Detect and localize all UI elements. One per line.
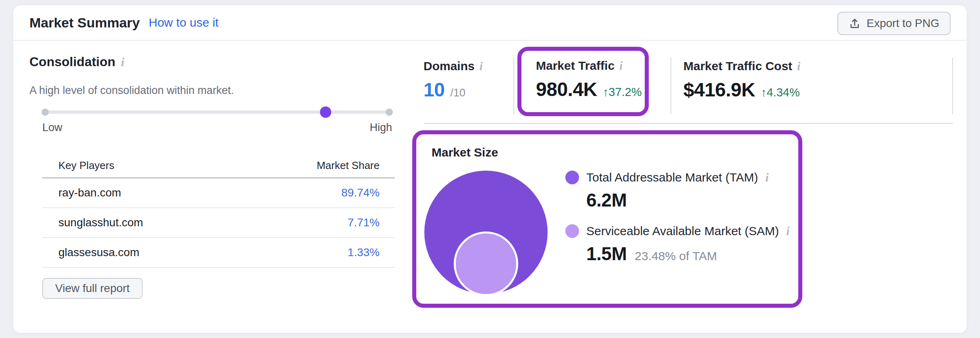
sam-bubble[interactable]: [454, 232, 518, 296]
sam-legend-label: Serviceable Available Market (SAM): [586, 224, 779, 238]
share-cell[interactable]: 89.74%: [241, 178, 395, 208]
slider-start-dot: [42, 108, 49, 116]
table-row: sunglasshut.com 7.71%: [42, 208, 395, 238]
page-title: Market Summary: [29, 15, 140, 31]
table-header-row: Key Players Market Share: [42, 154, 395, 178]
stat-divider: [513, 58, 514, 114]
sam-value: 1.5M: [586, 243, 627, 265]
col-header-key-players: Key Players: [42, 154, 241, 178]
info-icon[interactable]: i: [480, 60, 483, 72]
table-row: ray-ban.com 89.74%: [42, 178, 395, 208]
tam-value: 6.2M: [586, 189, 627, 211]
how-to-use-link[interactable]: How to use it: [149, 16, 218, 29]
market-summary-panel: Market Summary How to use it Export to P…: [13, 5, 967, 333]
domain-cell: sunglasshut.com: [42, 208, 241, 238]
export-button-label: Export to PNG: [866, 17, 939, 30]
stat-divider: [952, 58, 953, 114]
tam-legend-label: Total Addressable Market (TAM): [586, 171, 758, 184]
domain-cell: ray-ban.com: [42, 178, 241, 208]
table-row: glassesusa.com 1.33%: [42, 238, 395, 267]
info-icon[interactable]: i: [765, 171, 768, 184]
market-traffic-label: Market Traffic: [536, 59, 615, 73]
export-icon: [849, 17, 861, 29]
sam-share-of-tam: 23.48% of TAM: [635, 249, 717, 263]
tam-legend: Total Addressable Market (TAM) i 6.2M: [565, 171, 769, 211]
slider-handle: [320, 106, 331, 118]
sam-legend: Serviceable Available Market (SAM) i 1.5…: [565, 224, 789, 265]
sam-legend-dot: [565, 224, 579, 238]
stats-bottom-divider: [424, 123, 953, 124]
domains-value: 10: [424, 79, 444, 101]
domains-total: /10: [450, 87, 465, 99]
info-icon[interactable]: i: [786, 225, 789, 237]
market-traffic-cost-value: $416.9K: [683, 79, 755, 101]
market-traffic-highlight-box: Market Traffic i 980.4K ↑37.2%: [517, 47, 649, 116]
slider-track: [42, 111, 392, 114]
share-cell[interactable]: 7.71%: [241, 208, 395, 238]
consolidation-title: Consolidation: [29, 54, 115, 69]
stat-domains: Domains i 10 /10: [424, 59, 483, 101]
market-traffic-cost-label: Market Traffic Cost: [683, 59, 792, 73]
slider-low-label: Low: [42, 121, 62, 134]
info-icon[interactable]: i: [121, 56, 124, 68]
tam-legend-dot: [565, 171, 579, 184]
key-players-table: Key Players Market Share ray-ban.com 89.…: [42, 154, 395, 268]
share-cell[interactable]: 1.33%: [241, 238, 395, 267]
col-header-market-share: Market Share: [241, 154, 395, 178]
slider-labels: Low High: [42, 121, 392, 134]
info-icon[interactable]: i: [619, 60, 623, 72]
export-png-button[interactable]: Export to PNG: [837, 12, 951, 35]
stat-divider: [671, 58, 671, 114]
slider-high-label: High: [370, 121, 392, 134]
market-traffic-value: 980.4K: [536, 78, 597, 100]
stat-market-traffic-cost: Market Traffic Cost i $416.9K ↑4.34%: [683, 59, 800, 101]
view-full-report-button[interactable]: View full report: [42, 278, 143, 299]
panel-header: Market Summary How to use it Export to P…: [13, 5, 967, 41]
domains-label: Domains: [424, 59, 475, 73]
domain-cell: glassesusa.com: [42, 238, 241, 267]
consolidation-title-row: Consolidation i: [29, 54, 125, 69]
info-icon[interactable]: i: [797, 60, 800, 72]
market-traffic-cost-change: ↑4.34%: [761, 86, 800, 99]
slider-end-dot: [386, 108, 393, 116]
market-size-highlight-box: Market Size Total Addressable Market (TA…: [412, 130, 802, 308]
consolidation-slider: [42, 106, 392, 118]
market-traffic-change: ↑37.2%: [603, 86, 642, 99]
view-full-report-label: View full report: [55, 282, 130, 295]
consolidation-description: A high level of consolidation within mar…: [29, 84, 234, 97]
market-size-title: Market Size: [432, 146, 498, 159]
